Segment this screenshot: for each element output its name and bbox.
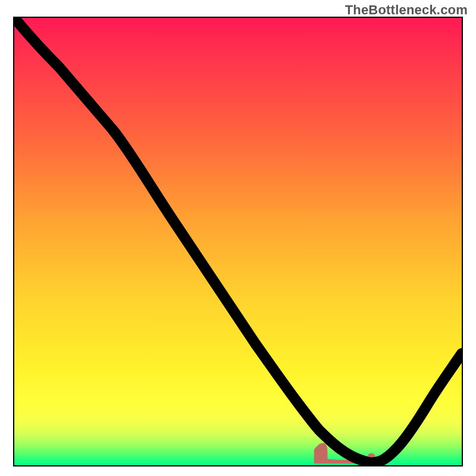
- bottleneck-curve: [14, 18, 462, 463]
- chart-svg: [14, 18, 462, 465]
- plot-area: [13, 17, 463, 466]
- chart-container: TheBottleneck.com: [0, 0, 476, 476]
- watermark-text: TheBottleneck.com: [345, 2, 468, 18]
